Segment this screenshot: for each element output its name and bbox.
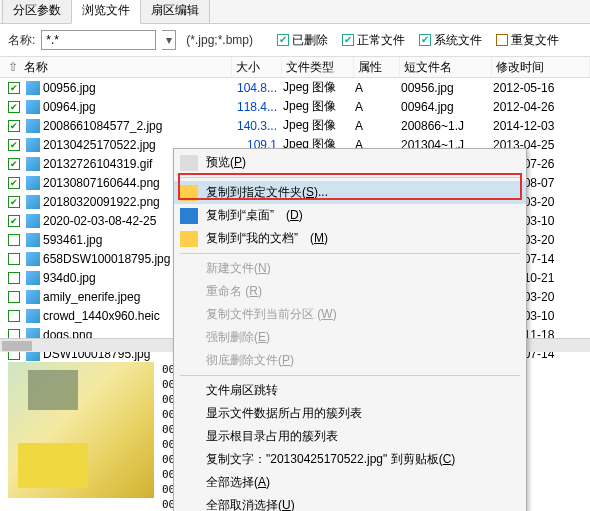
row-checkbox[interactable]: ✔ bbox=[8, 82, 20, 94]
menu-sector-jump[interactable]: 文件扇区跳转 bbox=[174, 379, 526, 402]
table-row[interactable]: ✔00956.jpg104.8...Jpeg 图像A00956.jpg2012-… bbox=[0, 78, 590, 97]
row-checkbox[interactable]: ✔ bbox=[8, 196, 20, 208]
row-checkbox[interactable]: ✔ bbox=[8, 253, 20, 265]
menu-copy-to-desktop[interactable]: 复制到“桌面” (D) bbox=[174, 204, 526, 227]
file-icon bbox=[26, 271, 40, 285]
preview-thumbnail bbox=[8, 362, 154, 498]
ext-hint: (*.jpg;*.bmp) bbox=[186, 33, 253, 47]
menu-copy-to-folder[interactable]: 复制到指定文件夹(S)... bbox=[174, 181, 526, 204]
menu-select-all[interactable]: 全部选择(A) bbox=[174, 471, 526, 494]
menu-copy-to-documents[interactable]: 复制到“我的文档” (M) bbox=[174, 227, 526, 250]
file-attr: A bbox=[355, 100, 401, 114]
context-menu: 预览(P) 复制到指定文件夹(S)... 复制到“桌面” (D) 复制到“我的文… bbox=[173, 148, 527, 511]
file-icon bbox=[26, 119, 40, 133]
menu-rename: 重命名 (R) bbox=[174, 280, 526, 303]
file-icon bbox=[26, 252, 40, 266]
file-icon bbox=[26, 157, 40, 171]
file-type: Jpeg 图像 bbox=[283, 79, 355, 96]
file-icon bbox=[26, 176, 40, 190]
tab-partition-params[interactable]: 分区参数 bbox=[2, 0, 72, 23]
col-size[interactable]: 大小 bbox=[232, 57, 282, 77]
file-attr: A bbox=[355, 81, 401, 95]
row-checkbox[interactable]: ✔ bbox=[8, 234, 20, 246]
col-type[interactable]: 文件类型 bbox=[282, 57, 354, 77]
col-mod[interactable]: 修改时间 bbox=[492, 57, 590, 77]
menu-force-delete: 强制删除(E) bbox=[174, 326, 526, 349]
preview-icon bbox=[180, 155, 198, 171]
menu-show-root-clusters[interactable]: 显示根目录占用的簇列表 bbox=[174, 425, 526, 448]
file-icon bbox=[26, 290, 40, 304]
menu-copy-to-current-partition: 复制文件到当前分区 (W) bbox=[174, 303, 526, 326]
tab-sector-edit[interactable]: 扇区编辑 bbox=[140, 0, 210, 23]
row-checkbox[interactable]: ✔ bbox=[8, 215, 20, 227]
file-size: 104.8... bbox=[233, 81, 283, 95]
file-icon bbox=[26, 81, 40, 95]
file-icon bbox=[26, 214, 40, 228]
file-size: 118.4... bbox=[233, 100, 283, 114]
col-name[interactable]: 名称 bbox=[20, 57, 232, 77]
file-name: 00964.jpg bbox=[43, 100, 233, 114]
row-checkbox[interactable]: ✔ bbox=[8, 310, 20, 322]
file-short: 00956.jpg bbox=[401, 81, 493, 95]
row-checkbox[interactable]: ✔ bbox=[8, 158, 20, 170]
menu-preview[interactable]: 预览(P) bbox=[174, 151, 526, 174]
file-mod: 2012-05-16 bbox=[493, 81, 590, 95]
menu-copy-text-clipboard[interactable]: 复制文字："20130425170522.jpg" 到剪贴板(C) bbox=[174, 448, 526, 471]
file-type: Jpeg 图像 bbox=[283, 117, 355, 134]
file-icon bbox=[26, 233, 40, 247]
name-filter-dropdown[interactable]: ▾ bbox=[162, 30, 176, 50]
col-short[interactable]: 短文件名 bbox=[400, 57, 492, 77]
file-icon bbox=[26, 138, 40, 152]
folder-icon bbox=[180, 185, 198, 201]
row-checkbox[interactable]: ✔ bbox=[8, 101, 20, 113]
tab-browse-files[interactable]: 浏览文件 bbox=[71, 0, 141, 24]
file-name: 2008661084577_2.jpg bbox=[43, 119, 233, 133]
menu-deselect-all[interactable]: 全部取消选择(U) bbox=[174, 494, 526, 511]
table-row[interactable]: ✔00964.jpg118.4...Jpeg 图像A00964.jpg2012-… bbox=[0, 97, 590, 116]
file-type: Jpeg 图像 bbox=[283, 98, 355, 115]
row-checkbox[interactable]: ✔ bbox=[8, 139, 20, 151]
menu-permanent-delete: 彻底删除文件(P) bbox=[174, 349, 526, 372]
folder-icon bbox=[180, 231, 198, 247]
file-mod: 2014-12-03 bbox=[493, 119, 590, 133]
row-checkbox[interactable]: ✔ bbox=[8, 272, 20, 284]
chk-deleted[interactable]: ✔已删除 bbox=[277, 32, 328, 49]
table-row[interactable]: ✔2008661084577_2.jpg140.3...Jpeg 图像A2008… bbox=[0, 116, 590, 135]
file-short: 00964.jpg bbox=[401, 100, 493, 114]
chk-duplicate[interactable]: ✔重复文件 bbox=[496, 32, 559, 49]
row-checkbox[interactable]: ✔ bbox=[8, 120, 20, 132]
row-checkbox[interactable]: ✔ bbox=[8, 177, 20, 189]
up-arrow-icon[interactable]: ⇧ bbox=[8, 60, 20, 74]
desktop-icon bbox=[180, 208, 198, 224]
file-mod: 2012-04-26 bbox=[493, 100, 590, 114]
file-short: 200866~1.J bbox=[401, 119, 493, 133]
file-size: 140.3... bbox=[233, 119, 283, 133]
file-icon bbox=[26, 195, 40, 209]
file-attr: A bbox=[355, 119, 401, 133]
chk-system[interactable]: ✔系统文件 bbox=[419, 32, 482, 49]
file-icon bbox=[26, 309, 40, 323]
file-name: 00956.jpg bbox=[43, 81, 233, 95]
chk-normal[interactable]: ✔正常文件 bbox=[342, 32, 405, 49]
col-attr[interactable]: 属性 bbox=[354, 57, 400, 77]
menu-show-file-clusters[interactable]: 显示文件数据所占用的簇列表 bbox=[174, 402, 526, 425]
row-checkbox[interactable]: ✔ bbox=[8, 291, 20, 303]
menu-new-file: 新建文件(N) bbox=[174, 257, 526, 280]
name-filter-input[interactable] bbox=[41, 30, 156, 50]
name-label: 名称: bbox=[8, 32, 35, 49]
file-icon bbox=[26, 100, 40, 114]
